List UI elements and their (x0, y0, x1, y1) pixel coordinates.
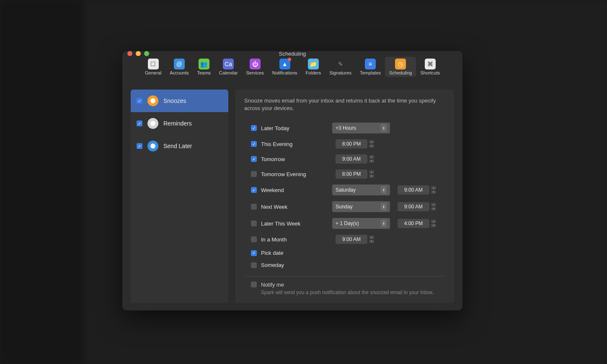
notify-checkbox[interactable] (251, 282, 257, 287)
option-select[interactable]: + 1 Day(s)▲▼ (332, 218, 390, 229)
time-input[interactable]: 4:00 PM (398, 219, 429, 228)
stepper-down[interactable]: ▼ (369, 144, 374, 148)
time-group: 4:00 PM▲▼ (398, 219, 436, 228)
time-input[interactable]: 9:00 AM (336, 154, 367, 164)
stepper-down[interactable]: ▼ (431, 190, 436, 194)
option-checkbox[interactable]: ✓ (251, 125, 257, 131)
stepper-down[interactable]: ▼ (431, 207, 436, 210)
tab-folders[interactable]: 📁Folders (302, 57, 325, 77)
option-checkbox[interactable] (251, 204, 257, 210)
sidebar: ✓Snoozes✓Reminders✓Send Later (131, 90, 228, 303)
option-label: This Evening (261, 141, 328, 147)
select-value: + 1 Day(s) (336, 220, 359, 226)
stepper-down[interactable]: ▼ (369, 159, 374, 163)
tab-accounts[interactable]: @Accounts (165, 57, 193, 77)
option-row: Tomorrow Evening8:00 PM▲▼ (244, 167, 445, 182)
time-input[interactable]: 8:00 PM (336, 139, 367, 149)
option-row: Later This Week+ 1 Day(s)▲▼4:00 PM▲▼ (244, 215, 445, 232)
stepper-up[interactable]: ▲ (369, 140, 374, 144)
calendar-icon: Ca (223, 59, 234, 69)
option-checkbox[interactable]: ✓ (251, 187, 257, 193)
sidebar-item-label: Snoozes (163, 97, 186, 104)
notify-label: Notify me (261, 282, 434, 288)
option-select[interactable]: Saturday▲▼ (332, 185, 390, 195)
teams-icon: 👥 (199, 59, 209, 69)
preferences-window: Scheduling ☐General@Accounts👥TeamsCaCale… (122, 51, 462, 310)
stepper-up[interactable]: ▲ (431, 186, 436, 190)
option-checkbox[interactable] (251, 236, 257, 242)
divider (244, 276, 445, 277)
tab-templates[interactable]: ≡Templates (356, 57, 385, 77)
select-value: Sunday (336, 204, 353, 210)
tab-label: Teams (197, 70, 210, 75)
time-stepper[interactable]: ▲▼ (431, 186, 436, 194)
tab-services[interactable]: ⏻Services (242, 57, 268, 77)
sidebar-checkbox[interactable]: ✓ (137, 143, 142, 149)
tab-shortcuts[interactable]: ⌘Shortcuts (416, 57, 444, 77)
time-stepper[interactable]: ▲▼ (369, 235, 374, 244)
select-value: Saturday (336, 187, 356, 193)
option-label: Pick date (261, 250, 328, 256)
stepper-down[interactable]: ▼ (431, 224, 436, 227)
tab-general[interactable]: ☐General (141, 57, 165, 77)
time-stepper[interactable]: ▲▼ (369, 155, 374, 163)
select-value: +3 Hours (336, 125, 356, 131)
content-area: ✓Snoozes✓Reminders✓Send Later Snooze mov… (122, 79, 462, 310)
sidebar-checkbox[interactable]: ✓ (137, 120, 142, 126)
option-checkbox[interactable]: ✓ (251, 141, 257, 147)
notification-badge (288, 58, 291, 61)
sidebar-item-label: Send Later (163, 143, 192, 149)
option-select[interactable]: +3 Hours▲▼ (332, 123, 390, 133)
tab-signatures[interactable]: ✎Signatures (325, 57, 356, 77)
option-checkbox[interactable] (251, 220, 257, 226)
option-select[interactable]: Sunday▲▼ (332, 201, 390, 212)
tab-label: Scheduling (389, 70, 412, 75)
accounts-icon: @ (174, 59, 185, 69)
sidebar-item-snoozes[interactable]: ✓Snoozes (131, 90, 228, 112)
tab-notifications[interactable]: ▲Notifications (268, 57, 302, 77)
time-stepper[interactable]: ▲▼ (431, 203, 436, 211)
option-checkbox[interactable]: ✓ (251, 250, 257, 256)
tab-label: Signatures (329, 70, 351, 75)
time-input[interactable]: 9:00 AM (398, 202, 429, 211)
option-checkbox[interactable] (251, 171, 257, 177)
tab-teams[interactable]: 👥Teams (193, 57, 214, 77)
sidebar-checkbox[interactable]: ✓ (137, 98, 142, 104)
folders-icon: 📁 (308, 59, 319, 69)
time-input[interactable]: 9:00 AM (336, 235, 367, 244)
time-stepper[interactable]: ▲▼ (431, 219, 436, 228)
time-stepper[interactable]: ▲▼ (369, 170, 374, 178)
stepper-up[interactable]: ▲ (369, 170, 374, 174)
tab-label: Folders (306, 70, 321, 75)
send-later-icon (147, 141, 158, 151)
sidebar-item-reminders[interactable]: ✓Reminders (131, 112, 228, 135)
option-row: Someday (244, 259, 445, 271)
sidebar-item-send-later[interactable]: ✓Send Later (131, 135, 228, 157)
stepper-up[interactable]: ▲ (431, 203, 436, 206)
option-checkbox[interactable] (251, 262, 257, 268)
time-input[interactable]: 9:00 AM (398, 185, 429, 195)
notify-subtext: Spark will send you a push notification … (261, 290, 434, 295)
stepper-up[interactable]: ▲ (369, 236, 374, 239)
sidebar-item-label: Reminders (163, 120, 192, 127)
preferences-toolbar: ☐General@Accounts👥TeamsCaCalendar⏻Servic… (122, 56, 462, 79)
time-group: 8:00 PM▲▼ (336, 169, 374, 179)
scheduling-icon: ◷ (395, 59, 406, 69)
signatures-icon: ✎ (335, 59, 346, 69)
option-label: Someday (261, 262, 328, 268)
stepper-down[interactable]: ▼ (369, 240, 374, 243)
option-row: ✓Later Today+3 Hours▲▼ (244, 120, 445, 136)
tab-calendar[interactable]: CaCalendar (215, 57, 242, 77)
time-group: 9:00 AM▲▼ (398, 202, 436, 211)
tab-scheduling[interactable]: ◷Scheduling (385, 57, 416, 77)
option-checkbox[interactable]: ✓ (251, 156, 257, 162)
stepper-up[interactable]: ▲ (431, 220, 436, 223)
tab-label: Notifications (272, 70, 297, 75)
stepper-up[interactable]: ▲ (369, 155, 374, 159)
stepper-down[interactable]: ▼ (369, 174, 374, 178)
option-row: Next WeekSunday▲▼9:00 AM▲▼ (244, 198, 445, 215)
time-input[interactable]: 8:00 PM (336, 169, 367, 179)
time-stepper[interactable]: ▲▼ (369, 140, 374, 148)
option-label: Next Week (261, 204, 328, 210)
option-row: ✓WeekendSaturday▲▼9:00 AM▲▼ (244, 182, 445, 198)
